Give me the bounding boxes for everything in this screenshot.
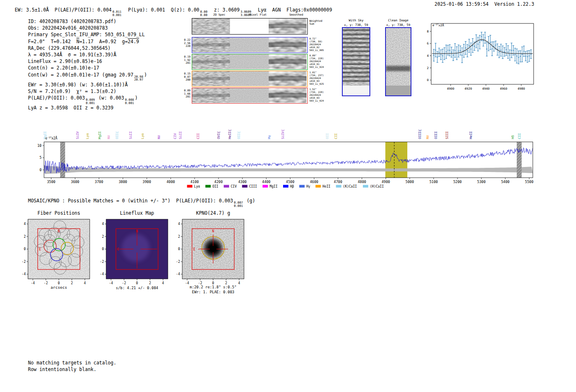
smoothed-dark-band [269, 59, 307, 64]
smoothed-image-wrap [269, 71, 307, 86]
svg-text:N: N [58, 230, 60, 233]
svg-text:0: 0 [136, 281, 138, 285]
smoothed-dark-band [269, 76, 307, 81]
svg-text:4500: 4500 [286, 180, 294, 184]
header-qz: Q(z): 0.000.000.00 [171, 7, 208, 13]
info-obs: Obs: 20220424v016_4020208783 [28, 25, 147, 31]
svg-text:8: 8 [427, 30, 429, 33]
svg-text:OII{: OII{ [237, 131, 241, 139]
svg-text:4: 4 [238, 281, 240, 285]
svg-text:Hγ: Hγ [306, 185, 310, 188]
cutout-row-weights: 0.19 1.92 201 [183, 56, 190, 65]
fiber-positions-panel: -4-4-2-2002244NE [16, 217, 99, 286]
info-lineflux: LineFlux = 2.90(±0.85)e-16 [28, 58, 147, 65]
svg-text:4900: 4900 [381, 180, 390, 184]
svg-text:E: E [39, 248, 41, 251]
trace-band [192, 60, 230, 64]
svg-text:2: 2 [178, 235, 180, 239]
svg-text:0: 0 [102, 247, 104, 251]
weighted-sum-label: Weighted Sum [309, 20, 322, 26]
svg-text:4200: 4200 [214, 180, 223, 184]
lineflux-map-panel: -4-4-2-2002244NE [95, 217, 177, 286]
info-cont-n: Cont(n) = 2.20(±0.10)e-17 [28, 65, 147, 71]
header-plae: P(LAE)/P(OII): 0.0040.0110.001 [55, 7, 122, 13]
svg-text:4980: 4980 [518, 87, 525, 90]
cutout-row-weights: 0.09 1.66 201 [183, 89, 190, 99]
svg-text:HeII: HeII [469, 131, 473, 139]
svg-text:-4: -4 [31, 281, 35, 285]
svg-text:OIII{: OIII{ [418, 130, 422, 139]
svg-text:N: N [136, 230, 138, 233]
svg-text:-4: -4 [109, 281, 113, 285]
clean-image-box [385, 27, 411, 96]
info-plae: P(LAE)/P(OII): 0.0030.0090.001 (w: 0.003… [28, 95, 147, 104]
svg-text:MgII: MgII [98, 131, 102, 139]
svg-text:-2: -2 [122, 281, 126, 285]
sky-panel-xy: x, y: 738, 59 [342, 23, 370, 27]
svg-text:OII: OII [212, 185, 218, 188]
svg-text:4960: 4960 [500, 87, 508, 90]
cutout-row-annotation: 1.01" (734, 237) 20220424 v016_03 503_LL… [309, 71, 324, 86]
svg-text:4900: 4900 [447, 87, 455, 90]
header-z: z: 3.06093.06093.0609 [214, 7, 252, 13]
pixel-flat-image [230, 37, 269, 52]
kpno-title: KPNO(24.7) g [171, 210, 255, 216]
svg-text:Lyα: Lyα [141, 133, 144, 139]
info-block: ID: 4020208783 (4020208783.pdf) Obs: 202… [28, 18, 147, 111]
svg-text:3700: 3700 [95, 180, 103, 184]
kpno-image-panel: -4-4-2-2002244NE [171, 217, 253, 286]
header-datetime: 2025-01-06 13:59:54 Version 1.22.3 [434, 1, 534, 7]
cutout-row-weights: 0.15 0.87 200 [183, 72, 190, 82]
svg-text:5: 5 [39, 155, 42, 160]
svg-text:5300: 5300 [477, 180, 485, 184]
footer-line-1: No matching targets in catalog. [28, 360, 116, 366]
info-sn: S/N = 7.2(±0.9) χ² = 1.3(±0.2) [28, 88, 147, 95]
svg-text:0: 0 [39, 168, 42, 172]
svg-text:4300: 4300 [238, 180, 246, 184]
svg-text:2: 2 [71, 281, 73, 285]
svg-text:(K)CaII: (K)CaII [343, 185, 357, 188]
svg-text:-2: -2 [22, 260, 26, 264]
smoothed-image-wrap [269, 88, 307, 103]
info-lambda: λ = 4935.34Å σ = 10.91(±3.39)Å [28, 51, 147, 58]
svg-text:Hδ: Hδ [511, 135, 515, 139]
mosaic-line: MOSAIC/KPNO : Possible Matches = 0 (with… [28, 198, 255, 207]
svg-text:SiII: SiII [179, 131, 182, 139]
svg-text:2: 2 [24, 235, 26, 239]
svg-text:-2: -2 [176, 260, 180, 264]
info-radec: RA,Dec (229.476044,52.305645) [28, 45, 147, 51]
svg-text:Lyα: Lyα [194, 185, 200, 188]
smoothed-image-wrap [269, 19, 307, 34]
clean-image [386, 28, 411, 95]
svg-text:CII: CII [518, 133, 521, 139]
svg-text:3900: 3900 [143, 180, 151, 184]
svg-text:e-17x2Å: e-17x2Å [45, 136, 58, 140]
kpno-caption-2: EWr: 1. PLAE: 0.003 [171, 290, 255, 294]
2d-spec-image-wrap [192, 54, 230, 69]
svg-text:-2: -2 [198, 281, 202, 285]
smoothed-dark-band [269, 93, 307, 97]
full-spectrum-chart: 3500360037003800390040004100420043004400… [25, 108, 555, 192]
line-fit-chart: 4900492049404960498002468e-17x2Å [424, 20, 551, 92]
svg-text:2: 2 [102, 235, 104, 239]
svg-text:3500: 3500 [47, 180, 55, 184]
cutout-row-annotation: 1.52" (734, 228) 20220424 v016_03 503_LL… [309, 88, 324, 102]
footer-line-2: Row intentionally blank. [28, 366, 116, 373]
smoothed-image-wrap [269, 37, 307, 52]
info-seeing: F=2.0" T=0.142 N=1.17 A=0.92 g=24.9 [28, 38, 147, 45]
svg-text:NV: NV [426, 135, 430, 139]
svg-text:CIV: CIV [173, 133, 177, 139]
svg-text:SiII: SiII [129, 131, 132, 139]
with-sky-image [343, 28, 369, 95]
info-id: ID: 4020208783 (4020208783.pdf) [28, 18, 147, 25]
svg-text:3800: 3800 [118, 180, 127, 184]
svg-text:6: 6 [427, 42, 429, 45]
svg-text:CIII: CIII [249, 185, 257, 188]
svg-text:4: 4 [178, 222, 180, 226]
svg-text:4700: 4700 [334, 180, 342, 184]
svg-text:-4: -4 [100, 272, 104, 276]
2d-spec-image [192, 19, 230, 34]
smoothed-dark-band [269, 42, 307, 47]
pixel-flat-image [230, 54, 269, 69]
svg-text:OII: OII [325, 133, 329, 139]
